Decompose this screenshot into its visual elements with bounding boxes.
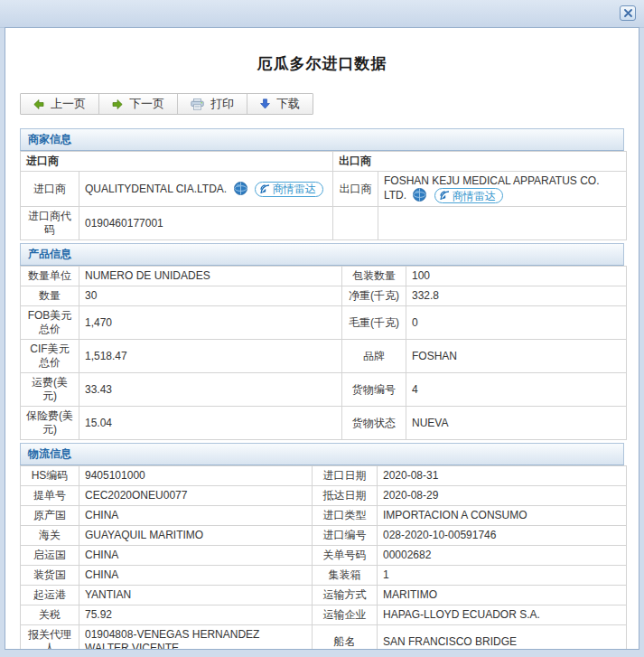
column-subheader: 进口商 xyxy=(21,152,333,172)
table-row: 起运港YANTIAN运输方式MARITIMO xyxy=(21,586,627,605)
table-row: 数量30净重(千克)332.8 xyxy=(21,286,627,306)
field-value: 2020-08-31 xyxy=(378,466,627,486)
table-row: HS编码9405101000进口日期2020-08-31 xyxy=(21,466,627,486)
download-button[interactable]: 下载 xyxy=(247,94,313,114)
field-text: 028-2020-10-00591746 xyxy=(383,529,496,541)
next-page-label: 下一页 xyxy=(129,98,164,110)
field-text: YANTIAN xyxy=(85,588,131,601)
field-value: IMPORTACION A CONSUMO xyxy=(378,506,627,526)
field-label: 集装箱 xyxy=(313,566,378,586)
field-value: 1 xyxy=(378,566,627,586)
field-value: 100 xyxy=(406,267,627,286)
field-text: 332.8 xyxy=(412,289,439,302)
field-value: 01904808-VENEGAS HERNANDEZ WALTER VICENT… xyxy=(79,625,313,650)
field-value: GUAYAQUIL MARITIMO xyxy=(79,526,313,546)
field-value: 75.92 xyxy=(79,605,313,625)
field-text: 75.92 xyxy=(85,608,112,621)
radar-badge-label: 商情雷达 xyxy=(273,183,316,195)
field-value: FOSHAN xyxy=(406,340,627,373)
table-row: 启运国CHINA关单号码00002682 xyxy=(21,546,627,566)
print-button[interactable]: 打印 xyxy=(178,94,247,114)
dialog-titlebar xyxy=(0,0,644,28)
field-label: 货物编号 xyxy=(342,373,406,407)
close-button[interactable] xyxy=(620,5,636,21)
globe-icon[interactable] xyxy=(234,182,247,195)
field-value: 0 xyxy=(406,306,627,340)
field-value: NUEVA xyxy=(406,407,627,440)
field-text: 1,518.47 xyxy=(85,350,127,362)
field-label: 货物状态 xyxy=(342,407,406,440)
field-text: 2020-08-29 xyxy=(383,489,438,502)
field-value: CHINA xyxy=(79,506,313,526)
field-label: 原产国 xyxy=(21,506,79,526)
section-header-product: 产品信息 xyxy=(20,243,624,266)
field-label xyxy=(333,207,378,240)
field-value: HAPAG-LLOYD ECUADOR S.A. xyxy=(378,605,627,625)
field-label: 进口日期 xyxy=(313,466,378,486)
field-value: 1,470 xyxy=(79,306,342,340)
sections: 商家信息进口商出口商进口商QUALITYDENTAL CIA.LTDA. 商情雷… xyxy=(20,128,624,650)
field-text: 0190460177001 xyxy=(85,217,163,230)
arrow-right-icon xyxy=(112,99,123,109)
prev-page-button[interactable]: 上一页 xyxy=(21,94,99,114)
field-text: 30 xyxy=(85,289,97,302)
table-row: 数量单位NUMERO DE UNIDADES包装数量100 xyxy=(21,267,627,286)
field-text: 9405101000 xyxy=(85,469,145,482)
globe-icon[interactable] xyxy=(413,188,426,202)
field-value: MARITIMO xyxy=(378,586,627,605)
field-value: 332.8 xyxy=(406,286,627,306)
field-value: SAN FRANCISCO BRIDGE xyxy=(378,625,627,650)
table-row: 保险费(美元)15.04货物状态NUEVA xyxy=(21,407,627,440)
next-page-button[interactable]: 下一页 xyxy=(99,94,178,114)
field-label: HS编码 xyxy=(21,466,79,486)
field-label: FOB美元总价 xyxy=(21,306,79,340)
table-row: CIF美元总价1,518.47品牌FOSHAN xyxy=(21,340,627,373)
field-text: FOSHAN xyxy=(412,350,457,362)
radar-badge[interactable]: 商情雷达 xyxy=(255,182,323,197)
field-text: 4 xyxy=(412,383,418,396)
table-row: 运费(美元)33.43货物编号4 xyxy=(21,373,627,407)
field-value: 4 xyxy=(406,373,627,407)
field-label: 数量单位 xyxy=(21,267,79,286)
field-text: NUMERO DE UNIDADES xyxy=(85,269,210,282)
field-label: 进口类型 xyxy=(313,506,378,526)
field-label: 运输方式 xyxy=(313,586,378,605)
field-text: 33.43 xyxy=(85,383,112,396)
field-label: 船名 xyxy=(313,625,378,650)
radar-badge[interactable]: 商情雷达 xyxy=(434,188,503,203)
field-label: 关单号码 xyxy=(313,546,378,566)
field-text: CHINA xyxy=(85,568,118,581)
field-text: GUAYAQUIL MARITIMO xyxy=(85,529,203,541)
field-label: 包装数量 xyxy=(342,267,406,286)
toolbar: 上一页 下一页 打印 xyxy=(20,93,313,115)
field-value: 0190460177001 xyxy=(79,207,333,240)
field-value: NUMERO DE UNIDADES xyxy=(79,267,342,286)
page-title: 厄瓜多尔进口数据 xyxy=(5,53,639,74)
table-row: 报关代理人01904808-VENEGAS HERNANDEZ WALTER V… xyxy=(21,625,627,650)
field-value: 2020-08-29 xyxy=(378,486,627,506)
field-text: 1,470 xyxy=(85,316,112,329)
print-label: 打印 xyxy=(210,98,234,110)
field-text: HAPAG-LLOYD ECUADOR S.A. xyxy=(383,608,540,621)
field-label: 进口编号 xyxy=(313,526,378,546)
field-value: YANTIAN xyxy=(79,586,313,605)
printer-icon xyxy=(191,99,204,110)
field-text: SAN FRANCISCO BRIDGE xyxy=(383,635,517,648)
field-label: 起运港 xyxy=(21,586,79,605)
table-row: FOB美元总价1,470毛重(千克)0 xyxy=(21,306,627,340)
field-value: 33.43 xyxy=(79,373,342,407)
field-label: 净重(千克) xyxy=(342,286,406,306)
arrow-left-icon xyxy=(33,99,44,109)
field-label: 关税 xyxy=(21,605,79,625)
field-value: QUALITYDENTAL CIA.LTDA. 商情雷达 xyxy=(79,172,333,207)
prev-page-label: 上一页 xyxy=(51,98,86,110)
field-value: 15.04 xyxy=(79,407,342,440)
radar-icon xyxy=(260,184,270,194)
field-value: CHINA xyxy=(79,566,313,586)
table-row: 进口商QUALITYDENTAL CIA.LTDA. 商情雷达 出口商FOSHA… xyxy=(21,172,627,207)
field-label: 出口商 xyxy=(333,172,378,207)
table-row: 进口商出口商 xyxy=(21,152,627,172)
field-value: 028-2020-10-00591746 xyxy=(378,526,627,546)
dialog-panel: 厄瓜多尔进口数据 上一页 下一页 xyxy=(5,27,639,650)
table-row: 原产国CHINA进口类型IMPORTACION A CONSUMO xyxy=(21,506,627,526)
